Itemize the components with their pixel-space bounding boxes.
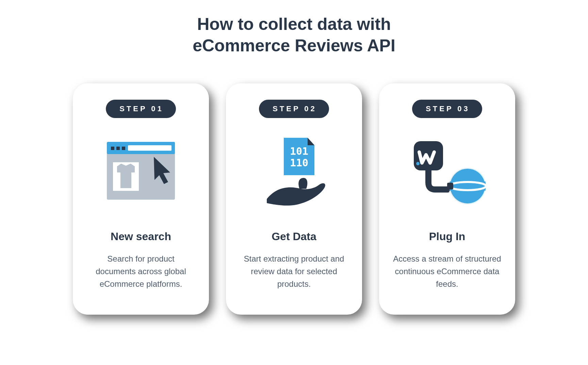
- svg-text:110: 110: [290, 157, 308, 169]
- step-badge-2: STEP 02: [259, 100, 329, 118]
- svg-rect-2: [111, 147, 114, 150]
- step-title-2: Get Data: [272, 230, 316, 243]
- plugin-connector-icon: [403, 135, 491, 210]
- svg-text:101: 101: [290, 145, 308, 157]
- steps-row: STEP 01 New search Search for product do…: [73, 83, 515, 315]
- step-card-2: STEP 02 101 110 Get Data Start extractin…: [226, 83, 362, 315]
- step-card-3: STEP 03 Plug In Access a stream of struc…: [379, 83, 515, 315]
- page-title: How to collect data with eCommerce Revie…: [193, 14, 395, 56]
- step-desc-3: Access a stream of structured continuous…: [393, 252, 502, 291]
- browser-search-icon: [97, 135, 185, 210]
- step-card-1: STEP 01 New search Search for product do…: [73, 83, 209, 315]
- data-file-hand-icon: 101 110: [250, 135, 338, 210]
- step-title-3: Plug In: [429, 230, 466, 243]
- step-desc-1: Search for product documents across glob…: [86, 252, 195, 291]
- title-line-2: eCommerce Reviews API: [193, 36, 395, 55]
- svg-rect-4: [122, 147, 125, 150]
- svg-point-10: [416, 162, 420, 165]
- svg-rect-3: [116, 147, 120, 150]
- svg-rect-5: [128, 145, 172, 151]
- step-badge-3: STEP 03: [412, 100, 482, 118]
- step-desc-2: Start extracting product and review data…: [240, 252, 348, 291]
- svg-rect-13: [447, 183, 453, 189]
- step-badge-1: STEP 01: [106, 100, 176, 118]
- title-line-1: How to collect data with: [197, 15, 391, 34]
- step-title-1: New search: [111, 230, 171, 243]
